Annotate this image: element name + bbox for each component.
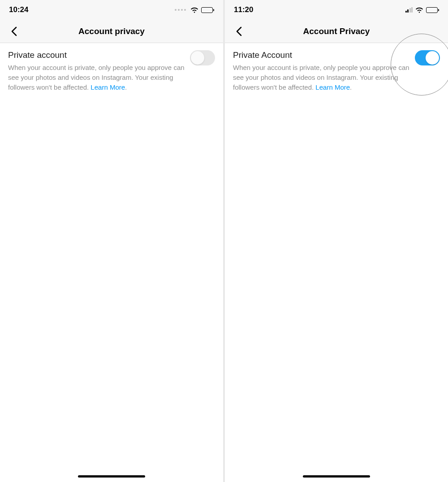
battery-icon — [426, 7, 439, 13]
more-dots-icon — [175, 9, 186, 11]
phone-screen-left: 10:24 Account privacy Private account Wh… — [0, 0, 223, 482]
toggle-knob — [191, 51, 204, 65]
description-dot: . — [125, 83, 127, 91]
learn-more-link[interactable]: Learn More — [90, 83, 125, 91]
setting-text: Private Account When your account is pri… — [233, 50, 440, 92]
setting-title: Private Account — [233, 50, 413, 60]
status-bar: 10:24 — [0, 0, 223, 20]
private-account-toggle[interactable] — [415, 50, 440, 65]
cellular-signal-icon — [405, 7, 413, 13]
private-account-row: Private account When your account is pri… — [8, 50, 215, 92]
phone-screen-right: 11:20 Account Privacy Private Account — [225, 0, 448, 482]
nav-header: Account Privacy — [225, 20, 448, 43]
nav-header: Account privacy — [0, 20, 223, 43]
status-bar: 11:20 — [225, 0, 448, 20]
home-indicator[interactable] — [303, 475, 370, 478]
private-account-toggle[interactable] — [190, 50, 215, 65]
content-area: Private account When your account is pri… — [0, 43, 223, 482]
setting-description: When your account is private, only peopl… — [233, 63, 413, 92]
learn-more-link[interactable]: Learn More — [315, 83, 350, 91]
wifi-icon — [415, 7, 423, 13]
content-area: Private Account When your account is pri… — [225, 43, 448, 482]
status-icons — [405, 7, 439, 13]
status-time: 11:20 — [234, 5, 253, 14]
page-title: Account Privacy — [303, 26, 370, 36]
description-dot: . — [350, 83, 352, 91]
back-chevron-icon — [236, 26, 242, 36]
status-time: 10:24 — [9, 5, 28, 14]
status-icons — [175, 7, 214, 13]
private-account-row: Private Account When your account is pri… — [233, 50, 440, 92]
back-chevron-icon — [11, 26, 17, 36]
battery-icon — [201, 7, 214, 13]
setting-title: Private account — [8, 50, 188, 60]
page-title: Account privacy — [78, 26, 145, 36]
setting-text: Private account When your account is pri… — [8, 50, 215, 92]
wifi-icon — [190, 7, 198, 13]
back-button[interactable] — [7, 25, 21, 38]
back-button[interactable] — [232, 25, 246, 38]
toggle-knob — [426, 51, 439, 65]
setting-description: When your account is private, only peopl… — [8, 63, 188, 92]
home-indicator[interactable] — [78, 475, 145, 478]
